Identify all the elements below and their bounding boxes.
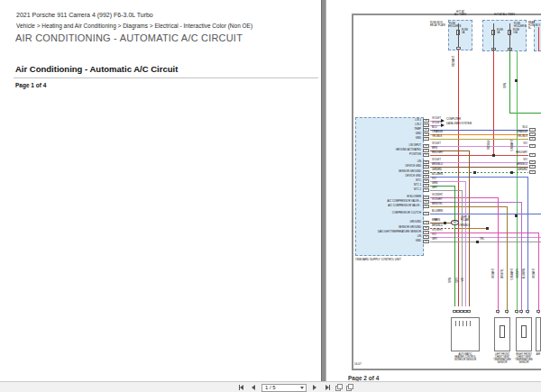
wire-segment [458, 50, 459, 306]
wire-segment [430, 167, 528, 168]
unit-pin-number: 26 [423, 179, 429, 183]
unit-wire-color-label: VIO/WHT [432, 229, 443, 232]
unit-pin-label: GROUND [357, 221, 421, 223]
wire-segment [493, 23, 494, 51]
pdf-nav-controls: 1 / 5 [236, 383, 353, 392]
ground-symbol-icon: G2 [451, 220, 459, 225]
next-page-button[interactable] [310, 384, 319, 392]
wire-color-vlabel: RED/BLK [489, 140, 491, 150]
unit-pin-number: 5 [423, 212, 429, 215]
data-line-caption-2: DATA LINES SYSTEM [446, 123, 472, 125]
pdf-viewer-viewport: 2021 Porsche 911 Carrera 4 (992) F6-3.0L… [0, 0, 541, 392]
first-page-button[interactable] [236, 384, 245, 392]
component-pin [505, 310, 509, 313]
component-pin [515, 310, 518, 313]
unit-pin-label: COMPRESSOR CLUTCH [357, 212, 421, 214]
component-pin [467, 310, 471, 313]
component-pin [536, 310, 540, 313]
unit-pin-number: 31 [423, 165, 429, 169]
component-caption: AIR [530, 353, 541, 356]
wire-color-vlabel: GRN/WHT [512, 269, 515, 279]
unit-pin-label: A/C COMPRESSOR VALVE - [357, 205, 421, 207]
unit-wire-color-label: VIOLET [432, 142, 441, 145]
previous-page-button[interactable] [249, 384, 258, 392]
right-wire-color-label: VIO [500, 159, 527, 161]
unit-pin-number: 15 [423, 144, 429, 148]
unit-wire-color-label: VIOLET [432, 117, 441, 120]
unit-wire-color-label: VIO [432, 178, 436, 180]
unit-wire-color-label: BLU/BRN [432, 210, 443, 213]
unit-pin-number: 16 [423, 200, 429, 204]
unit-pin-label: A/C COMPRESSOR VALVE + [357, 200, 421, 203]
fuse-a-inner-label: FUSE HOLDER B [449, 23, 461, 28]
unit-pin-number: 43 [423, 221, 429, 224]
unit-pin-number: 8 [423, 188, 429, 192]
shield-mid-label: ORN/BLK [459, 224, 470, 227]
unit-wire-color-label: GRY [432, 238, 437, 241]
unit-pin-label: GROUND ACTIVATED [357, 149, 421, 151]
unit-pin-label: DEVICE GND [357, 165, 421, 168]
drawing-number: 16-07 [354, 362, 362, 366]
vehicle-title: 2021 Porsche 911 Carrera 4 (992) F6-3.0L… [16, 12, 153, 18]
wire-segment [498, 197, 499, 314]
connector-square [473, 171, 476, 174]
right-pin-number: 4 [529, 128, 536, 132]
wire-segment [430, 202, 521, 203]
right-pin-number: 6 [529, 132, 536, 136]
connector-square [515, 79, 518, 82]
unit-pin-number: 28 [423, 119, 429, 123]
unit-pin-number: 38 [423, 240, 429, 243]
page-number-input[interactable]: 1 / 5 [261, 384, 307, 392]
wire-segment [521, 202, 522, 314]
connector-tick [463, 321, 463, 326]
fuse-a1-label: FUSE 5A [462, 29, 468, 34]
wire-color-vlabel: VIO/GRY [518, 269, 520, 278]
wire-segment [507, 206, 508, 314]
unit-wire-color-label: BRN/YEL [432, 203, 443, 205]
unit-pin-label: GND [357, 137, 421, 140]
wire-color-vlabel: RED/WHT [454, 56, 456, 67]
unit-pin-label: GND [357, 132, 421, 135]
connector-square [444, 222, 446, 224]
wire-segment [509, 23, 510, 51]
page-select-caret-icon[interactable] [300, 387, 304, 389]
single-page-view-button[interactable] [335, 384, 343, 391]
unit-pin-label: NTC [357, 179, 421, 182]
connector-square [492, 154, 495, 157]
wire-segment [430, 155, 528, 156]
wire-segment [430, 237, 541, 238]
data-line-caption-1: COMPUTER [446, 118, 461, 121]
connector-square [476, 241, 479, 243]
unit-pin-label: NTC 2 [357, 188, 421, 191]
unit-pin-number: 11 [423, 149, 429, 152]
unit-wire-color-label: GRN [432, 182, 437, 185]
wire-segment [430, 190, 462, 191]
unit-pin-number: 7 [423, 137, 429, 141]
component-box [516, 317, 532, 351]
unit-pin-number: 41 [423, 235, 429, 239]
right-pin-number: 3 [529, 165, 536, 169]
connector-tick [470, 321, 471, 326]
connector-square [486, 227, 489, 230]
unit-wire-color-label: BRN [432, 147, 437, 150]
unit-pin-label: DAYLIGHT/TEMPERATURE SENSOR [357, 231, 421, 233]
resistor-icon [521, 325, 527, 338]
yel-mid-label: YEL [480, 238, 484, 241]
section-heading: Air Conditioning - Automatic A/C Circuit [15, 64, 178, 74]
connector-tick [459, 321, 460, 326]
ground-location-label: (LEFT 'B' PILLAR) [461, 216, 471, 222]
unit-pin-number: 17 [423, 196, 429, 199]
connector-tick [455, 321, 456, 326]
unit-pin-number: 24 [423, 205, 429, 208]
wire-segment [527, 177, 528, 314]
facing-pages-view-button[interactable] [346, 384, 353, 391]
unit-pin-number: 34 [423, 128, 429, 132]
wire-segment [462, 190, 463, 306]
unit-wire-color-label: VIO/WHT [432, 194, 443, 196]
fuse-a-hot-label: HOT AT ALL TIMES [446, 11, 474, 16]
wire-segment [538, 232, 539, 314]
component-box [494, 317, 510, 351]
unit-pin-number: 3 [423, 231, 429, 234]
unit-wire-color-label: VIOLET [432, 122, 441, 124]
last-page-button[interactable] [323, 384, 332, 392]
